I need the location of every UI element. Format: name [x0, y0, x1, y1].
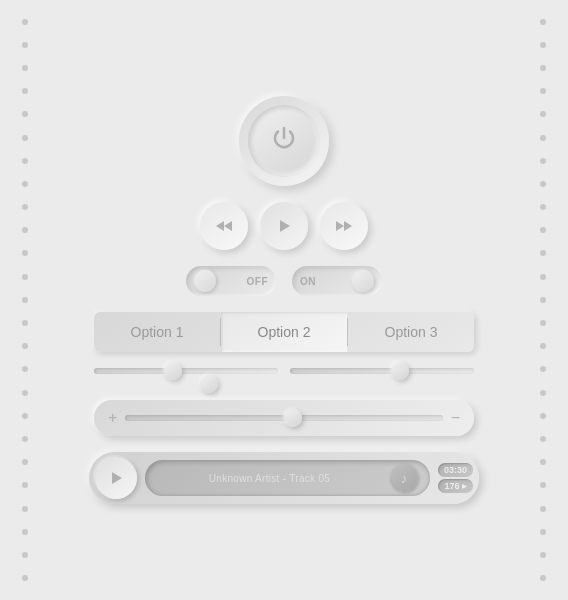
option1-button[interactable]: Option 1	[94, 312, 220, 352]
dot	[540, 65, 546, 71]
dot	[540, 552, 546, 558]
dot-border-left	[10, 0, 40, 600]
slider-2-thumb[interactable]	[391, 362, 409, 380]
svg-marker-4	[344, 221, 352, 231]
sliders-section	[94, 368, 474, 384]
dot	[540, 459, 546, 465]
dot	[540, 42, 546, 48]
toggle-off-knob	[194, 270, 216, 292]
dot	[22, 88, 28, 94]
main-container: OFF ON Option 1 Option 2 Option 3	[0, 0, 568, 600]
dot	[22, 436, 28, 442]
svg-marker-2	[280, 220, 290, 232]
dot	[22, 250, 28, 256]
dot	[540, 506, 546, 512]
dot-border-right	[528, 0, 558, 600]
slider-1-thumb[interactable]	[164, 362, 182, 380]
slider-1[interactable]	[94, 368, 278, 374]
dot	[22, 111, 28, 117]
dot	[22, 366, 28, 372]
dot	[540, 482, 546, 488]
dot	[540, 575, 546, 581]
dot	[540, 297, 546, 303]
dot	[22, 343, 28, 349]
dot	[540, 135, 546, 141]
sliders-top-row	[94, 368, 474, 374]
dot	[22, 575, 28, 581]
power-icon	[269, 124, 299, 159]
track-label: Unknown Artist - Track 05	[157, 473, 382, 484]
toggle-on-label: ON	[300, 276, 316, 287]
music-note-button[interactable]: ♪	[390, 464, 418, 492]
volume-bar: + −	[94, 400, 474, 436]
dot	[22, 297, 28, 303]
dot	[22, 459, 28, 465]
dot	[540, 390, 546, 396]
dot	[540, 413, 546, 419]
dot	[22, 42, 28, 48]
content-panel: OFF ON Option 1 Option 2 Option 3	[69, 96, 499, 504]
player-row: Unknown Artist - Track 05 ♪ 03:30 176 ▸	[89, 452, 479, 504]
svg-marker-1	[224, 221, 232, 231]
music-note-icon: ♪	[401, 471, 408, 486]
dot	[22, 482, 28, 488]
svg-marker-5	[112, 472, 122, 484]
dot	[22, 65, 28, 71]
volume-max-icon: −	[451, 409, 460, 427]
bitrate-badge: 176 ▸	[438, 479, 473, 493]
fast-forward-button[interactable]	[320, 202, 368, 250]
time-badge: 03:30	[438, 463, 473, 477]
dot	[540, 227, 546, 233]
dot	[540, 436, 546, 442]
dot	[22, 320, 28, 326]
toggle-off[interactable]: OFF	[186, 266, 276, 296]
dot	[540, 204, 546, 210]
dot	[540, 529, 546, 535]
play-button[interactable]	[260, 202, 308, 250]
dot	[22, 158, 28, 164]
dot	[22, 506, 28, 512]
dot	[540, 343, 546, 349]
dot	[540, 320, 546, 326]
svg-marker-3	[336, 221, 344, 231]
time-stack: 03:30 176 ▸	[438, 463, 473, 493]
power-button-inner	[248, 105, 320, 177]
options-row: Option 1 Option 2 Option 3	[94, 312, 474, 352]
option3-button[interactable]: Option 3	[348, 312, 474, 352]
dot	[22, 390, 28, 396]
dot	[540, 19, 546, 25]
dot	[22, 552, 28, 558]
dot	[540, 274, 546, 280]
dot	[22, 19, 28, 25]
toggle-off-label: OFF	[247, 276, 269, 287]
power-button[interactable]	[239, 96, 329, 186]
slider-2[interactable]	[290, 368, 474, 374]
dot	[540, 158, 546, 164]
dot	[22, 204, 28, 210]
dot	[22, 181, 28, 187]
dot	[540, 88, 546, 94]
dot	[22, 529, 28, 535]
dot	[540, 111, 546, 117]
option2-button[interactable]: Option 2	[221, 312, 347, 352]
dot	[22, 274, 28, 280]
player-play-button[interactable]	[95, 457, 137, 499]
dot	[22, 413, 28, 419]
dot	[540, 366, 546, 372]
dot	[540, 181, 546, 187]
toggle-on[interactable]: ON	[292, 266, 382, 296]
volume-thumb[interactable]	[284, 409, 302, 427]
dot	[540, 250, 546, 256]
dot	[22, 227, 28, 233]
toggles-row: OFF ON	[186, 266, 382, 296]
rewind-button[interactable]	[200, 202, 248, 250]
media-controls	[200, 202, 368, 250]
dot	[22, 135, 28, 141]
volume-min-icon: +	[108, 409, 117, 427]
slider-3-thumb[interactable]	[200, 375, 218, 393]
player-track-area: Unknown Artist - Track 05 ♪	[145, 460, 430, 496]
volume-track[interactable]	[125, 415, 442, 421]
toggle-on-knob	[352, 270, 374, 292]
svg-marker-0	[216, 221, 224, 231]
